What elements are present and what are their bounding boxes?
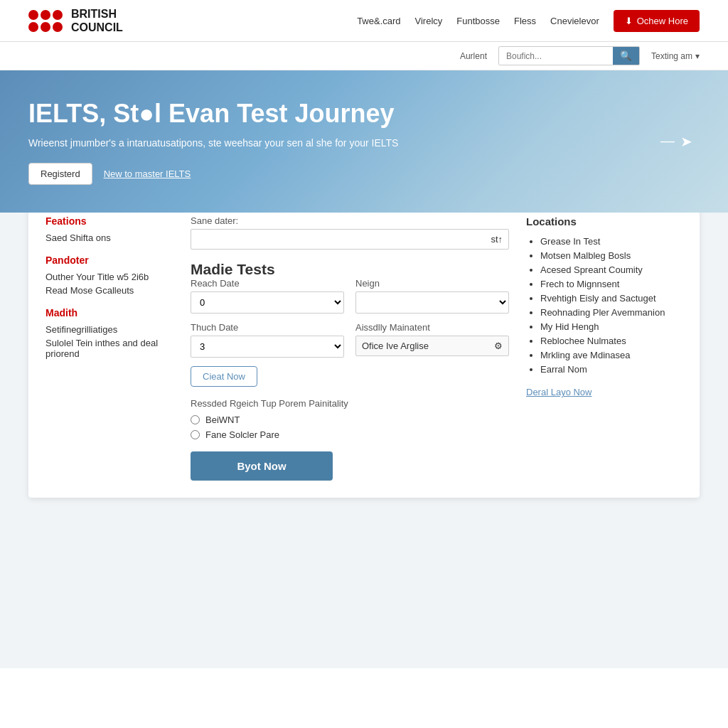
search-icon: 🔍 <box>620 50 632 61</box>
locations-section: Locations Grease In Test Motsen Malbleg … <box>526 215 682 481</box>
aissdlly-label: Aissdlly Mainatent <box>355 322 509 333</box>
made-tests-title: Madie Tests <box>191 261 509 278</box>
logo-text: BRITISH COUNCIL <box>71 7 123 34</box>
sidebar-title-1: Feations <box>46 215 173 227</box>
list-item: My Hid Hengh <box>540 321 682 332</box>
hero-title: IELTS, St●l Evan Test Journey <box>28 99 700 129</box>
language-selector[interactable]: Texting am ▾ <box>651 51 700 61</box>
neign-group: Neign <box>355 278 509 314</box>
hero-buttons: Registerd New to master IELTS <box>28 163 700 185</box>
logo-dot-3 <box>53 10 63 20</box>
book-now-button[interactable]: Byot Now <box>191 451 333 481</box>
list-item: Acesed Spreant Coumity <box>540 264 682 275</box>
new-to-ielts-link[interactable]: New to master IELTS <box>104 168 191 179</box>
minus-icon[interactable]: — <box>660 133 675 150</box>
download-icon: ⬇ <box>625 16 633 26</box>
sidebar-item-5[interactable]: Sulolel Tein inthes and deal priorend <box>46 338 173 359</box>
nav-cta-button[interactable]: ⬇ Ochew Hore <box>614 10 700 32</box>
sidebar-title-2: Pandoter <box>46 255 173 266</box>
aissdlly-group: Aissdlly Mainatent Ofice Ive Arglise ⚙ <box>355 322 509 358</box>
hero-subtitle: Wrieenst jmumber's a intaruatusatipons, … <box>28 137 455 149</box>
list-item: Rvehtigh Eisly and Sactuget <box>540 293 682 304</box>
hero-icons: — ➤ <box>660 133 692 150</box>
sidebar: Feations Saed Shifta ons Pandoter Outher… <box>46 215 173 481</box>
forward-icon[interactable]: ➤ <box>680 133 692 150</box>
sidebar-section-3: Madith Setifinegrilliatiges Sulolel Tein… <box>46 307 173 359</box>
settings-icon: ⚙ <box>494 341 503 351</box>
logo-dot-5 <box>41 22 50 32</box>
list-item: Grease In Test <box>540 236 682 247</box>
search-container: 🔍 <box>498 46 640 65</box>
footer-area <box>0 526 728 668</box>
reach-date-select[interactable]: 0 <box>191 291 344 314</box>
content-box: Feations Saed Shifta ons Pandoter Outher… <box>28 198 700 498</box>
clear-button[interactable]: Cieat Now <box>191 366 257 387</box>
main-nav: Twe&.card Virelcy Funtbosse Fless Cnevie… <box>357 10 700 32</box>
locations-list: Grease In Test Motsen Malbleg Bosls Aces… <box>526 236 682 375</box>
thuch-date-label: Thuch Date <box>191 322 344 333</box>
date-sort-icon: st↑ <box>491 234 503 245</box>
radio-item-2[interactable]: Fane Solcler Pare <box>191 429 509 440</box>
radio-group: BeiWNT Fane Solcler Pare <box>191 414 509 440</box>
radio-item-1[interactable]: BeiWNT <box>191 414 509 425</box>
list-item: Motsen Malbleg Bosls <box>540 250 682 261</box>
logo-dot-1 <box>28 10 38 20</box>
logo-dot-2 <box>41 10 50 20</box>
detail-link[interactable]: Deral Layo Now <box>526 387 592 397</box>
neign-label: Neign <box>355 278 509 289</box>
search-button[interactable]: 🔍 <box>613 47 639 65</box>
radio-input-2[interactable] <box>191 430 200 439</box>
logo-dot-4 <box>28 22 38 32</box>
nav-item-4[interactable]: Fless <box>514 16 536 26</box>
list-item: Earral Nom <box>540 364 682 375</box>
list-item: Reblochee Nulmates <box>540 336 682 346</box>
list-item: Reohnading Pler Avemmanion <box>540 307 682 318</box>
hero-section: IELTS, St●l Evan Test Journey Wrieenst j… <box>0 70 728 213</box>
reach-date-label: Reach Date <box>191 278 344 289</box>
radio-input-1[interactable] <box>191 415 200 424</box>
date-input[interactable]: st↑ <box>191 229 509 250</box>
sidebar-title-3: Madith <box>46 307 173 318</box>
form-row-2: Thuch Date 3 Aissdlly Mainatent Ofice Iv… <box>191 322 509 358</box>
search-date-label: Sane dater: <box>191 215 509 226</box>
nav-item-1[interactable]: Twe&.card <box>357 16 400 26</box>
header: BRITISH COUNCIL Twe&.card Virelcy Funtbo… <box>0 0 728 42</box>
thuch-date-select[interactable]: 3 <box>191 336 344 358</box>
reach-date-group: Reach Date 0 <box>191 278 344 314</box>
main-content: Feations Saed Shifta ons Pandoter Outher… <box>0 198 728 526</box>
nav-item-2[interactable]: Virelcy <box>415 16 443 26</box>
sidebar-item-1[interactable]: Saed Shifta ons <box>46 232 173 243</box>
nav-item-5[interactable]: Cnevielevor <box>550 16 599 26</box>
sidebar-item-4[interactable]: Setifinegrilliatiges <box>46 324 173 335</box>
nav-item-3[interactable]: Funtbosse <box>456 16 500 26</box>
logo-dots <box>28 10 63 32</box>
locations-title: Locations <box>526 215 682 228</box>
account-link[interactable]: Aurlent <box>460 51 487 61</box>
results-label: Ressded Rgeich Tup Porem Painitality <box>191 398 509 409</box>
search-input[interactable] <box>499 48 613 65</box>
list-item: Frech to Mignnsent <box>540 279 682 289</box>
aissdlly-input[interactable]: Ofice Ive Arglise ⚙ <box>355 336 509 356</box>
thuch-date-group: Thuch Date 3 <box>191 322 344 358</box>
list-item: Mrkling ave Mdinasea <box>540 350 682 360</box>
neign-select[interactable] <box>355 291 509 314</box>
register-button[interactable]: Registerd <box>28 163 92 185</box>
logo-dot-6 <box>53 22 63 32</box>
sidebar-section-2: Pandoter Outher Your Title w5 2i6b Read … <box>46 255 173 296</box>
search-date-section: Sane dater: st↑ <box>191 215 509 250</box>
sidebar-item-3[interactable]: Read Mose Gcalleuts <box>46 285 173 296</box>
logo: BRITISH COUNCIL <box>28 7 123 34</box>
sidebar-section-1: Feations Saed Shifta ons <box>46 215 173 243</box>
top-bar: Aurlent 🔍 Texting am ▾ <box>0 42 728 70</box>
form-row-1: Reach Date 0 Neign <box>191 278 509 314</box>
sidebar-item-2[interactable]: Outher Your Title w5 2i6b <box>46 272 173 282</box>
center-form: Sane dater: st↑ Madie Tests Reach Date 0… <box>191 215 509 481</box>
